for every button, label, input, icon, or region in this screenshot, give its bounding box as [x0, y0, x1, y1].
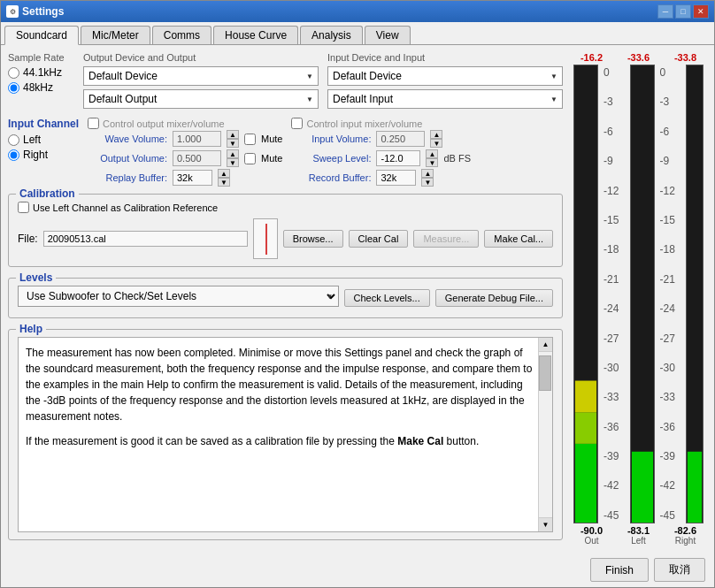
input-mixer-checkbox[interactable] — [291, 118, 303, 129]
wave-volume-spinners[interactable]: ▲ ▼ — [227, 130, 239, 148]
sweep-level-label: Sweep Level: — [291, 153, 371, 164]
footer: Finish 取消 — [1, 553, 714, 587]
output-volume-section: Control output mixer/volume Wave Volume:… — [88, 118, 282, 188]
radio-right-input[interactable] — [8, 149, 19, 161]
meter-scale: 0 -3 -6 -9 -12 -15 -18 -21 -24 -27 -30 -… — [604, 65, 625, 523]
input-volume-label: Input Volume: — [291, 134, 371, 144]
right-meter-col — [682, 65, 707, 523]
meter-out-label: Out — [574, 536, 610, 546]
meter-left-label: Left — [621, 536, 657, 546]
replay-buffer-up[interactable]: ▲ — [218, 169, 230, 178]
input-select[interactable]: Default Input — [327, 89, 563, 109]
restore-button[interactable]: □ — [675, 4, 691, 19]
input-volume-section: Control input mixer/volume Input Volume:… — [291, 118, 563, 188]
left-panel: Sample Rate 44.1kHz 48kHz Output Device … — [8, 52, 563, 546]
levels-section: Levels Use Subwoofer to Check/Set Levels… — [8, 278, 563, 318]
clear-cal-button[interactable]: Clear Cal — [349, 230, 409, 248]
input-device-wrapper[interactable]: Default Device — [327, 66, 563, 86]
scrollbar-down-button[interactable]: ▼ — [539, 517, 552, 531]
levels-select[interactable]: Use Subwoofer to Check/Set Levels — [18, 286, 339, 307]
tab-analysis[interactable]: Analysis — [300, 26, 363, 44]
output-mixer-row: Control output mixer/volume — [88, 118, 282, 129]
browse-button[interactable]: Browse... — [283, 230, 343, 248]
input-volume-down[interactable]: ▼ — [430, 139, 442, 148]
help-paragraph-2: If the measurement is good it can be sav… — [26, 433, 534, 449]
cancel-button[interactable]: 取消 — [654, 558, 705, 582]
wave-mute-checkbox[interactable] — [244, 134, 256, 145]
top-area: Sample Rate 44.1kHz 48kHz Output Device … — [8, 52, 563, 112]
sweep-level-up[interactable]: ▲ — [426, 149, 438, 158]
record-buffer-spinners[interactable]: ▲ ▼ — [421, 169, 434, 187]
tab-micmeter[interactable]: Mic/Meter — [81, 26, 150, 44]
record-buffer-down[interactable]: ▼ — [421, 178, 434, 187]
output-mute-checkbox[interactable] — [244, 153, 256, 164]
sweep-level-down[interactable]: ▼ — [426, 158, 438, 167]
replay-buffer-down[interactable]: ▼ — [218, 178, 230, 187]
meter-out-top-value: -16.2 — [574, 52, 610, 63]
output-device-wrapper[interactable]: Default Device — [83, 66, 319, 86]
input-volume-up[interactable]: ▲ — [430, 130, 442, 139]
output-mute-label: Mute — [261, 153, 282, 164]
tab-view[interactable]: View — [365, 26, 411, 44]
wave-volume-down[interactable]: ▼ — [227, 139, 239, 148]
svg-rect-5 — [631, 452, 652, 523]
tab-housecurve[interactable]: House Curve — [213, 26, 298, 44]
scale-21: -21 — [604, 273, 625, 286]
left-meter-bar — [630, 65, 655, 523]
input-volume-input[interactable] — [376, 131, 425, 147]
measure-button[interactable]: Measure... — [413, 230, 479, 248]
settings-window: ⚙ Settings ─ □ ✕ Soundcard Mic/Meter Com… — [0, 0, 715, 588]
out-meter-bar — [573, 65, 598, 523]
replay-buffer-label: Replay Buffer: — [88, 172, 167, 183]
replay-buffer-spinners[interactable]: ▲ ▼ — [218, 169, 230, 187]
input-device-select[interactable]: Default Device — [327, 66, 563, 86]
cal-file-input[interactable] — [43, 231, 248, 247]
scrollbar-up-button[interactable]: ▲ — [539, 338, 552, 352]
calibration-title: Calibration — [16, 187, 79, 200]
output-volume-input[interactable] — [173, 150, 221, 166]
finish-button[interactable]: Finish — [590, 558, 649, 582]
radio-left-row[interactable]: Left — [8, 134, 79, 146]
radio-44khz[interactable]: 44.1kHz — [8, 66, 74, 79]
sweep-level-spinners[interactable]: ▲ ▼ — [426, 149, 438, 167]
radio-left-input[interactable] — [8, 134, 19, 146]
radio-48khz-input[interactable] — [8, 82, 19, 94]
input-select-wrapper[interactable]: Default Input — [327, 89, 563, 109]
controls-row: Input Channel Left Right — [8, 118, 563, 188]
levels-select-wrapper[interactable]: Use Subwoofer to Check/Set Levels — [18, 286, 339, 307]
record-buffer-up[interactable]: ▲ — [421, 169, 434, 178]
output-volume-down[interactable]: ▼ — [227, 158, 239, 167]
check-levels-button[interactable]: Check Levels... — [344, 289, 430, 307]
debug-file-button[interactable]: Generate Debug File... — [435, 289, 553, 307]
radio-right-row[interactable]: Right — [8, 149, 79, 161]
levels-title: Levels — [16, 271, 56, 284]
input-volume-spinners[interactable]: ▲ ▼ — [430, 130, 442, 148]
minimize-button[interactable]: ─ — [657, 4, 673, 19]
sweep-level-input[interactable] — [376, 150, 420, 166]
make-cal-button[interactable]: Make Cal... — [484, 230, 553, 248]
replay-buffer-input[interactable] — [173, 170, 212, 186]
radio-48khz[interactable]: 48kHz — [8, 81, 74, 94]
record-buffer-row: Record Buffer: ▲ ▼ — [291, 169, 563, 187]
output-select-wrapper[interactable]: Default Output — [83, 89, 319, 109]
title-bar-left: ⚙ Settings — [6, 5, 64, 18]
scrollbar-thumb[interactable] — [539, 355, 551, 391]
output-device-select[interactable]: Default Device — [83, 66, 319, 86]
tab-soundcard[interactable]: Soundcard — [4, 26, 79, 45]
help-title: Help — [16, 323, 46, 335]
input-mixer-label: Control input mixer/volume — [306, 118, 422, 129]
record-buffer-input[interactable] — [376, 170, 416, 186]
output-select[interactable]: Default Output — [83, 89, 319, 109]
output-mixer-checkbox[interactable] — [88, 118, 99, 129]
output-volume-label: Output Volume: — [88, 153, 167, 164]
wave-volume-up[interactable]: ▲ — [227, 130, 239, 139]
tab-comms[interactable]: Comms — [152, 26, 211, 44]
help-scrollbar: ▲ ▼ — [538, 338, 552, 531]
output-volume-spinners[interactable]: ▲ ▼ — [227, 149, 239, 167]
output-volume-up[interactable]: ▲ — [227, 149, 239, 158]
use-left-channel-checkbox[interactable] — [18, 202, 29, 213]
wave-volume-input[interactable] — [173, 131, 221, 147]
radio-44khz-input[interactable] — [8, 67, 19, 79]
close-button[interactable]: ✕ — [693, 4, 709, 19]
scale-24: -24 — [604, 302, 625, 315]
